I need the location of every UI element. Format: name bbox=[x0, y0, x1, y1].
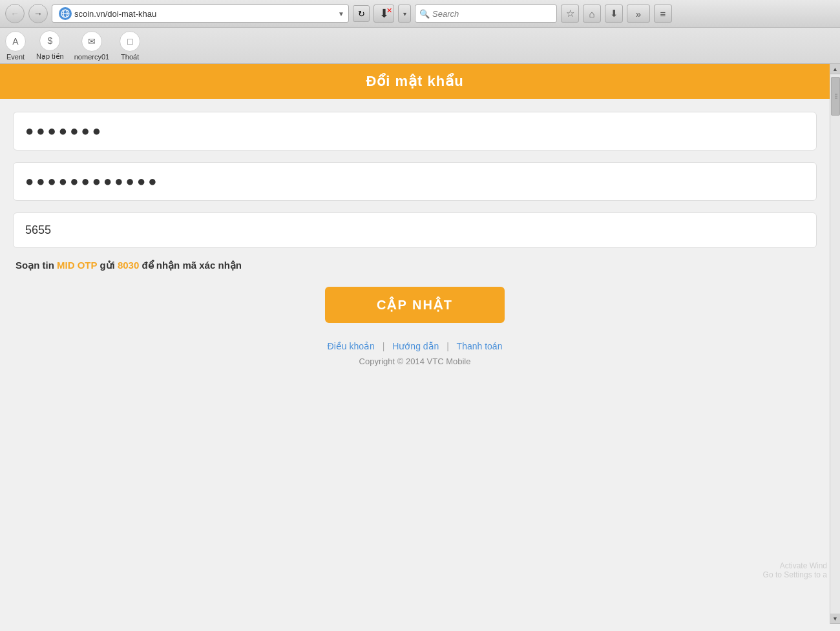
new-password-group bbox=[13, 162, 817, 201]
footer-link-dieukoan[interactable]: Điều khoản bbox=[328, 341, 375, 351]
event-bookmark-label: Event bbox=[6, 53, 25, 61]
bookmark-event[interactable]: A Event bbox=[5, 31, 26, 61]
page-content: Đổi mật khẩu Soạn tin MID OTP gửi 8030 đ… bbox=[0, 64, 830, 624]
update-button[interactable]: CẬP NHẬT bbox=[325, 287, 505, 323]
scroll-track[interactable] bbox=[830, 74, 840, 614]
scroll-notch bbox=[835, 94, 837, 99]
thoat-bookmark-label: Thoát bbox=[121, 53, 139, 61]
browser-chrome: ← → scoin.vn/doi-mat-khau ▼ ↻ ⬇ ✕ ▾ 🔍 ☆ … bbox=[0, 0, 840, 64]
event-bookmark-icon: A bbox=[5, 31, 26, 52]
address-text: scoin.vn/doi-mat-khau bbox=[74, 9, 335, 19]
sms-middle: gửi bbox=[97, 260, 118, 271]
naptien-bookmark-label: Nạp tiền bbox=[36, 52, 64, 61]
page-with-scrollbar: Đổi mật khẩu Soạn tin MID OTP gửi 8030 đ… bbox=[0, 64, 840, 624]
notch-line-2 bbox=[835, 96, 837, 97]
sms-number-text: 8030 bbox=[118, 260, 139, 271]
download-button[interactable]: ⬇ bbox=[605, 5, 623, 23]
naptien-bookmark-icon: $ bbox=[39, 30, 60, 51]
bookmark-naptien[interactable]: $ Nạp tiền bbox=[36, 30, 64, 61]
footer-separator-2: | bbox=[446, 341, 449, 351]
copyright-text: Copyright © 2014 VTC Mobile bbox=[13, 357, 817, 366]
notch-line-1 bbox=[835, 94, 837, 95]
bookmark-thoat[interactable]: □ Thoát bbox=[120, 31, 140, 61]
back-button[interactable]: ← bbox=[5, 4, 25, 23]
refresh-button[interactable]: ↻ bbox=[353, 5, 370, 22]
footer-link-thanhtoan[interactable]: Thanh toán bbox=[457, 341, 503, 351]
forward-more-button[interactable]: » bbox=[627, 5, 650, 23]
footer-links: Điều khoản | Hướng dẫn | Thanh toán bbox=[13, 341, 817, 351]
address-dropdown-arrow[interactable]: ▼ bbox=[338, 10, 344, 17]
new-password-input[interactable] bbox=[25, 173, 804, 190]
activate-watermark: Activate Wind Go to Settings to a bbox=[763, 561, 827, 579]
stop-x-icon: ✕ bbox=[386, 6, 392, 15]
nav-dropdown-button[interactable]: ▾ bbox=[398, 5, 411, 23]
old-password-group bbox=[13, 112, 817, 150]
notch-line-3 bbox=[835, 98, 837, 99]
home-button[interactable]: ⌂ bbox=[583, 5, 601, 23]
bookmarks-bar: A Event $ Nạp tiền ✉ nomercy01 □ Thoát bbox=[0, 28, 840, 64]
watermark-line1: Activate Wind bbox=[763, 561, 827, 570]
stop-download-button[interactable]: ⬇ ✕ bbox=[373, 5, 394, 23]
footer-link-huongdan[interactable]: Hướng dẫn bbox=[392, 341, 439, 351]
search-bar[interactable]: 🔍 bbox=[415, 5, 557, 23]
search-magnify-icon: 🔍 bbox=[419, 9, 430, 19]
browser-toolbar: ← → scoin.vn/doi-mat-khau ▼ ↻ ⬇ ✕ ▾ 🔍 ☆ … bbox=[0, 0, 840, 28]
thoat-bookmark-icon: □ bbox=[120, 31, 140, 52]
form-container: Soạn tin MID OTP gửi 8030 để nhận mã xác… bbox=[0, 99, 830, 379]
old-password-input[interactable] bbox=[25, 123, 804, 140]
otp-input[interactable] bbox=[25, 223, 804, 237]
page-header-banner: Đổi mật khẩu bbox=[0, 64, 830, 99]
search-input[interactable] bbox=[432, 9, 552, 19]
sms-prefix: Soạn tin bbox=[16, 260, 57, 271]
nomercy-bookmark-icon: ✉ bbox=[81, 31, 102, 52]
scrollbar[interactable]: ▲ ▼ bbox=[830, 64, 840, 624]
scroll-thumb[interactable] bbox=[831, 77, 840, 116]
scroll-down-arrow[interactable]: ▼ bbox=[830, 614, 840, 624]
otp-group bbox=[13, 212, 817, 248]
footer-separator-1: | bbox=[383, 341, 385, 351]
sms-mid-otp-text: MID OTP bbox=[57, 260, 97, 271]
nomercy-bookmark-label: nomercy01 bbox=[74, 53, 109, 61]
star-button[interactable]: ☆ bbox=[561, 5, 579, 23]
sms-instruction: Soạn tin MID OTP gửi 8030 để nhận mã xác… bbox=[13, 260, 817, 271]
scroll-up-arrow[interactable]: ▲ bbox=[830, 64, 840, 74]
forward-button[interactable]: → bbox=[28, 4, 48, 23]
globe-icon bbox=[59, 7, 72, 20]
menu-button[interactable]: ≡ bbox=[654, 5, 672, 23]
address-bar[interactable]: scoin.vn/doi-mat-khau ▼ bbox=[52, 5, 349, 23]
sms-suffix: để nhận mã xác nhận bbox=[139, 260, 242, 271]
bookmark-nomercy[interactable]: ✉ nomercy01 bbox=[74, 31, 109, 61]
watermark-line2: Go to Settings to a bbox=[763, 570, 827, 579]
